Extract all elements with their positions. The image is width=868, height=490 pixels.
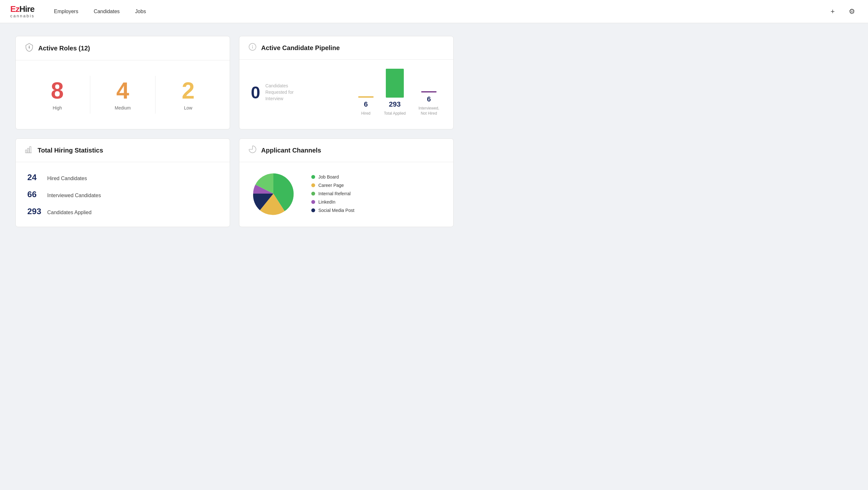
social-media-dot	[311, 208, 315, 212]
svg-rect-7	[30, 146, 31, 153]
header: EzHire cannabis Employers Candidates Job…	[0, 0, 868, 23]
pie-chart-icon	[248, 145, 257, 155]
medium-label: Medium	[115, 105, 131, 110]
total-applied-bar-rect	[386, 69, 404, 98]
interviewed-candidates-label: Interviewed Candidates	[47, 193, 101, 198]
career-page-dot	[311, 183, 315, 187]
hired-bar-line	[358, 96, 374, 98]
job-board-label: Job Board	[318, 174, 339, 179]
high-label: High	[53, 105, 62, 110]
medium-stat: 4 Medium	[90, 76, 156, 114]
header-actions: + ⚙	[827, 6, 858, 17]
active-roles-title: Active Roles (12)	[38, 45, 90, 52]
high-stat: 8 High	[25, 76, 90, 114]
low-label: Low	[184, 105, 192, 110]
applied-candidates-label: Candidates Applied	[47, 210, 92, 216]
pipeline-chart: 6 Hired 293 Total Applied 6 Interviewed,…	[358, 69, 442, 116]
svg-rect-6	[28, 149, 29, 153]
svg-rect-5	[25, 150, 27, 153]
interviewed-bar-line	[421, 91, 437, 93]
interviewed-value: 6	[427, 95, 431, 103]
hired-bar: 6 Hired	[358, 96, 374, 116]
active-roles-header: Active Roles (12)	[16, 36, 230, 60]
linkedin-label: LinkedIn	[318, 199, 335, 204]
social-media-label: Social Media Post	[318, 208, 354, 213]
logo-hire: Hire	[19, 4, 34, 14]
logo-text: EzHire	[10, 5, 35, 13]
pie-chart	[251, 171, 296, 216]
channels-title: Applicant Channels	[261, 147, 321, 154]
high-count: 8	[51, 79, 64, 102]
applied-candidates-row: 293 Candidates Applied	[27, 206, 218, 217]
roles-stats: 8 High 4 Medium 2 Low	[25, 69, 221, 120]
logo-sub: cannabis	[10, 14, 35, 18]
channels-card: Applicant Channels	[239, 138, 454, 227]
logo-ez: Ez	[10, 4, 19, 14]
interviewed-label: Interviewed, Not Hired	[416, 106, 442, 116]
active-roles-body: 8 High 4 Medium 2 Low	[16, 60, 230, 129]
pipeline-header: Active Candidate Pipeline	[239, 36, 453, 60]
total-applied-bar: 293 Total Applied	[384, 69, 406, 116]
hiring-stats-title: Total Hiring Statistics	[38, 147, 103, 154]
internal-referral-label: Internal Referral	[318, 191, 350, 196]
interviewed-candidates-number: 66	[27, 190, 43, 199]
legend-linkedin: LinkedIn	[311, 199, 354, 204]
linkedin-dot	[311, 200, 315, 204]
nav-employers[interactable]: Employers	[54, 9, 79, 14]
channels-legend: Job Board Career Page Internal Referral …	[311, 174, 354, 213]
settings-button[interactable]: ⚙	[846, 6, 858, 17]
nav-jobs[interactable]: Jobs	[135, 9, 146, 14]
requested-label: Candidates Requested for Interview	[265, 83, 304, 102]
interviewed-candidates-row: 66 Interviewed Candidates	[27, 190, 218, 199]
legend-social-media: Social Media Post	[311, 208, 354, 213]
total-applied-value: 293	[389, 100, 401, 108]
pipeline-title: Active Candidate Pipeline	[261, 44, 340, 52]
pipeline-card: Active Candidate Pipeline 0 Candidates R…	[239, 36, 454, 129]
low-stat: 2 Low	[155, 76, 221, 114]
total-applied-label: Total Applied	[384, 111, 406, 116]
job-board-dot	[311, 175, 315, 179]
info-icon	[248, 43, 257, 53]
hiring-stats-body: 24 Hired Candidates 66 Interviewed Candi…	[16, 162, 230, 227]
pipeline-requested: 0 Candidates Requested for Interview	[251, 83, 304, 102]
legend-job-board: Job Board	[311, 174, 354, 179]
logo: EzHire cannabis	[10, 5, 35, 18]
main-content: Active Roles (12) 8 High 4 Medium 2 Low	[0, 23, 469, 240]
add-button[interactable]: +	[827, 6, 838, 17]
hired-value: 6	[364, 100, 368, 108]
channels-body: Job Board Career Page Internal Referral …	[239, 162, 453, 225]
channels-header: Applicant Channels	[239, 139, 453, 162]
shield-icon	[25, 43, 34, 54]
hiring-stats-card: Total Hiring Statistics 24 Hired Candida…	[16, 138, 230, 227]
legend-career-page: Career Page	[311, 183, 354, 188]
hired-candidates-number: 24	[27, 172, 43, 183]
requested-count: 0	[251, 83, 260, 102]
hired-candidates-row: 24 Hired Candidates	[27, 172, 218, 183]
internal-referral-dot	[311, 192, 315, 196]
hiring-stats-header: Total Hiring Statistics	[16, 139, 230, 162]
bar-chart-icon	[25, 145, 33, 155]
applied-candidates-number: 293	[27, 206, 43, 217]
hired-label: Hired	[362, 111, 371, 116]
medium-count: 4	[116, 79, 129, 102]
active-roles-card: Active Roles (12) 8 High 4 Medium 2 Low	[16, 36, 230, 129]
hired-candidates-label: Hired Candidates	[47, 176, 87, 182]
pipeline-body: 0 Candidates Requested for Interview 6 H…	[239, 60, 453, 125]
career-page-label: Career Page	[318, 183, 344, 188]
legend-internal-referral: Internal Referral	[311, 191, 354, 196]
navigation: Employers Candidates Jobs	[54, 9, 146, 14]
low-count: 2	[182, 79, 195, 102]
interviewed-bar: 6 Interviewed, Not Hired	[416, 91, 442, 116]
nav-candidates[interactable]: Candidates	[94, 9, 120, 14]
